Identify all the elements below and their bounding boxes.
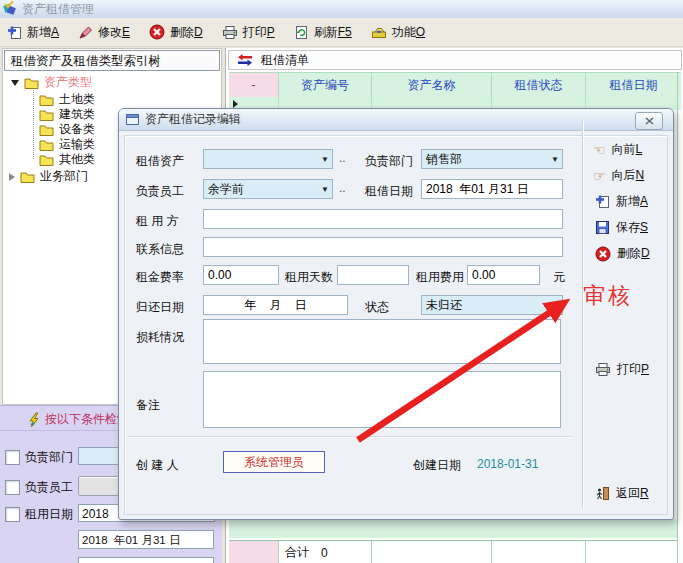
- lease-date-extra-field[interactable]: [78, 557, 214, 563]
- tree-item-business-dept[interactable]: 业务部门: [9, 169, 88, 184]
- tree-item-equipment[interactable]: 设备类: [39, 122, 95, 137]
- grid-right-border: [677, 72, 678, 563]
- app-icon: [3, 1, 17, 18]
- edit-icon: [78, 25, 93, 40]
- dept-checkbox[interactable]: [5, 450, 20, 465]
- dept-combo[interactable]: 销售部 ▼: [421, 149, 563, 169]
- rate-input[interactable]: [203, 265, 279, 285]
- tree-item-asset-type[interactable]: 资产类型: [11, 75, 92, 90]
- save-icon: [595, 220, 610, 235]
- print-icon: [595, 362, 611, 377]
- tree-item-building[interactable]: 建筑类: [39, 107, 95, 122]
- close-icon: [645, 117, 654, 125]
- lightning-icon: [28, 412, 40, 428]
- window-titlebar: 资产租借管理: [0, 0, 683, 18]
- tree-item-land[interactable]: 土地类: [39, 92, 95, 107]
- new-button[interactable]: 新增A: [7, 24, 59, 41]
- return-icon: [595, 486, 610, 501]
- folder-icon: [39, 154, 54, 166]
- grid-bottom-band: [229, 519, 677, 538]
- audit-button[interactable]: 审核: [583, 281, 633, 311]
- chevron-down-icon[interactable]: ▼: [548, 155, 562, 164]
- fee-unit-label: 元: [553, 269, 565, 286]
- lessee-input[interactable]: [203, 209, 563, 229]
- return-date-input[interactable]: [203, 295, 348, 315]
- create-date-label: 创建日期: [413, 457, 461, 474]
- lease-date-checkbox[interactable]: [5, 507, 20, 522]
- grid-header-lease-date[interactable]: 租借日期: [586, 73, 681, 97]
- delete-button[interactable]: 删除D: [149, 24, 203, 41]
- main-toolbar: 新增A 修改E 删除D 打印P 刷新F5 功能O: [0, 18, 683, 47]
- app-window: 资产租借管理 新增A 修改E 删除D 打印P 刷新F5 功能O 租借资产及租: [0, 0, 683, 563]
- expander-closed-icon[interactable]: [9, 173, 15, 181]
- next-button[interactable]: ☞ 向后N: [593, 167, 644, 184]
- dialog-new-button[interactable]: 新增A: [595, 193, 648, 210]
- lease-asset-label: 租借资产: [136, 153, 184, 170]
- damage-textarea[interactable]: [203, 319, 561, 364]
- folder-icon: [39, 124, 54, 136]
- days-input[interactable]: [337, 265, 409, 285]
- save-button[interactable]: 保存S: [595, 219, 648, 236]
- fee-label: 租用费用: [416, 269, 464, 286]
- grid-header-asset-name[interactable]: 资产名称: [372, 73, 492, 97]
- lease-date-full-field[interactable]: 2018 年01 月31 日: [78, 530, 214, 549]
- grid-header-indicator[interactable]: -: [229, 73, 279, 97]
- grid-header-asset-no[interactable]: 资产编号: [279, 73, 372, 97]
- status-combo[interactable]: 未归还 ▼: [421, 295, 563, 315]
- dialog-titlebar: 资产租借记录编辑: [119, 109, 673, 131]
- chevron-down-icon[interactable]: ▼: [318, 155, 332, 164]
- list-title-bar: 租借清单: [228, 50, 682, 70]
- dialog-print-button[interactable]: 打印P: [595, 361, 649, 378]
- dialog-vertical-separator: [582, 119, 584, 509]
- print-icon: [222, 25, 238, 40]
- refresh-icon: [294, 25, 309, 40]
- employee-label: 负责员工: [136, 183, 184, 200]
- employee-checkbox[interactable]: [5, 480, 20, 495]
- tree-item-other[interactable]: 其他类: [39, 152, 95, 167]
- row-cursor-icon: [233, 100, 238, 108]
- dialog-close-button[interactable]: [635, 112, 663, 130]
- list-title: 租借清单: [261, 52, 309, 69]
- window-title: 资产租借管理: [22, 1, 94, 18]
- refresh-button[interactable]: 刷新F5: [294, 24, 352, 41]
- fee-input[interactable]: [467, 265, 540, 285]
- dialog-delete-button[interactable]: 删除D: [595, 245, 650, 262]
- folder-icon: [39, 94, 54, 106]
- delete-icon: [149, 24, 165, 40]
- folder-icon: [20, 171, 35, 183]
- dialog-separator: [129, 436, 573, 438]
- contact-input[interactable]: [203, 237, 563, 257]
- folder-icon: [24, 77, 39, 89]
- lease-date-label: 租借日期: [365, 183, 413, 200]
- folder-icon: [39, 139, 54, 151]
- print-button[interactable]: 打印P: [222, 24, 275, 41]
- lease-asset-combo[interactable]: ▼: [203, 149, 333, 169]
- employee-combo[interactable]: 余学前 ▼: [203, 179, 333, 199]
- grid-footer-total-value: 0: [321, 546, 328, 560]
- new-icon: [7, 25, 22, 40]
- remark-label: 备注: [136, 397, 160, 414]
- create-date-value: 2018-01-31: [477, 457, 538, 471]
- chevron-down-icon[interactable]: ▼: [548, 301, 562, 310]
- filter-row-dept: 负责部门: [5, 447, 73, 467]
- expander-open-icon[interactable]: [11, 80, 19, 86]
- grid-header-lease-status[interactable]: 租借状态: [492, 73, 586, 97]
- tree-item-transport[interactable]: 运输类: [39, 137, 95, 152]
- return-date-label: 归还日期: [136, 299, 184, 316]
- grid-footer-row: 合计 0: [229, 540, 677, 563]
- function-button[interactable]: 功能O: [371, 24, 425, 41]
- filter-row-lease-date: 租用日期: [5, 504, 73, 524]
- contact-label: 联系信息: [136, 241, 184, 258]
- return-button[interactable]: 返回R: [595, 485, 649, 502]
- dialog-icon: [126, 114, 139, 125]
- prev-button[interactable]: ☜ 向前L: [593, 141, 642, 158]
- filter-row-employee: 负责员工: [5, 477, 73, 497]
- lease-date-input[interactable]: [421, 179, 563, 199]
- edit-button[interactable]: 修改E: [78, 24, 130, 41]
- chevron-down-icon[interactable]: ▼: [318, 185, 332, 194]
- grid-footer-total-cell: 合计 0: [279, 541, 372, 563]
- dept-label: 负责部门: [365, 153, 413, 170]
- damage-label: 损耗情况: [136, 329, 184, 346]
- edit-dialog: 资产租借记录编辑 租借资产 ▼ .. 负责部门 销售部 ▼ 负责员工 余学前 ▼…: [118, 108, 674, 520]
- remark-textarea[interactable]: [203, 371, 561, 428]
